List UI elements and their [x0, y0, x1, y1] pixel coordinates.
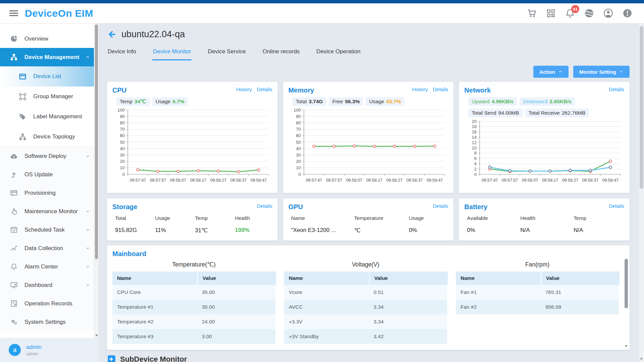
- battery-details-link[interactable]: Details: [609, 203, 624, 209]
- battery-field-value-health: N/A: [518, 227, 571, 234]
- window-scrollbar-thumb[interactable]: [640, 26, 643, 189]
- table-cell: Fan #2: [456, 300, 541, 314]
- nodes-icon: [10, 244, 18, 252]
- sidebar-item-device-list[interactable]: Device List: [0, 66, 98, 86]
- table-row: Fan #2956.09: [456, 300, 619, 314]
- sidebar-item-data-collection[interactable]: Data Collection: [0, 239, 98, 257]
- bell-icon: [10, 263, 18, 270]
- alert-icon[interactable]: [622, 8, 633, 18]
- battery-fields: AvailableHealthTemp0%N/AN/A: [464, 215, 624, 234]
- sidebar-item-label: System Settings: [24, 319, 66, 325]
- table-row: Fan #1765.31: [456, 285, 619, 300]
- tab-online-records[interactable]: Online records: [262, 45, 301, 60]
- monitor-setting-button[interactable]: Monitor Setting: [573, 66, 630, 78]
- sidebar-scrollbar[interactable]: [94, 23, 98, 338]
- chevron-down-icon: [619, 69, 624, 75]
- hamburger-menu-icon[interactable]: [9, 9, 18, 17]
- sidebar-user-panel[interactable]: a admin admin: [0, 338, 98, 362]
- sidebar-scrollbar-thumb[interactable]: [95, 24, 98, 259]
- table-cell: 3.00: [197, 329, 275, 344]
- mainboard-scrollbar-down-icon[interactable]: [625, 345, 628, 347]
- table-header-cell: Value: [198, 272, 276, 285]
- sidebar-item-system-settings[interactable]: System Settings: [0, 313, 98, 331]
- gpu-card-title: GPU: [288, 203, 303, 211]
- battery-card: BatteryDetailsAvailableHealthTemp0%N/AN/…: [459, 198, 630, 241]
- sidebar-item-scheduled-task[interactable]: Scheduled Task: [0, 221, 98, 239]
- sidebar-item-label-management[interactable]: Label Management: [0, 107, 98, 127]
- chevron-down-icon: [85, 154, 90, 159]
- tab-device-monitor[interactable]: Device Monitor: [152, 45, 192, 60]
- sidebar-item-label: Label Management: [33, 113, 82, 120]
- table-cell: Vcore: [284, 285, 369, 300]
- tab-device-service[interactable]: Device Service: [207, 45, 246, 60]
- cpu-history-link[interactable]: History: [236, 86, 252, 92]
- sidebar-item-operation-records[interactable]: Operation Records: [0, 294, 98, 313]
- chevron-up-icon: [85, 55, 90, 60]
- gpu-details-link[interactable]: Details: [433, 203, 448, 209]
- cart-icon[interactable]: [527, 8, 537, 18]
- svg-text:20: 20: [472, 119, 477, 124]
- window-scrollbar[interactable]: [638, 23, 644, 362]
- storage-field-value-temp: 31℃: [192, 227, 232, 234]
- globe-icon[interactable]: [584, 8, 594, 18]
- badge-label: Total Receive: [529, 110, 560, 116]
- sidebar-item-provisioning[interactable]: Provisioning: [0, 184, 98, 202]
- sidebar-scrollbar-down-icon[interactable]: [95, 335, 98, 337]
- tab-bar: Device InfoDevice MonitorDevice ServiceO…: [107, 45, 630, 60]
- tab-device-info[interactable]: Device Info: [107, 45, 137, 60]
- sidebar-item-overview[interactable]: Overview: [0, 29, 98, 48]
- table-cell: 956.09: [541, 300, 619, 314]
- svg-text:70: 70: [296, 127, 301, 132]
- qr-code-icon[interactable]: [546, 8, 556, 18]
- svg-text:60: 60: [296, 133, 301, 138]
- cpu-details-link[interactable]: Details: [257, 86, 272, 92]
- storage-fields: TotalUsageTempHealth915.82G11%31℃100%: [112, 215, 272, 234]
- sidebar-item-alarm-center[interactable]: Alarm Center: [0, 257, 98, 276]
- network-details-link[interactable]: Details: [609, 86, 624, 92]
- mainboard-scrollbar-thumb[interactable]: [625, 259, 628, 308]
- sidebar-item-label: Overview: [24, 36, 48, 42]
- sidebar-item-software-deploy[interactable]: Software Deploy: [0, 147, 98, 165]
- memory-history-link[interactable]: History: [412, 86, 428, 92]
- window-scrollbar-down-icon[interactable]: [640, 358, 643, 360]
- back-arrow-icon[interactable]: [107, 30, 116, 39]
- chevron-down-icon: [558, 69, 562, 75]
- sidebar-item-maintenance-monitor[interactable]: Maintenance Monitor: [0, 202, 98, 221]
- sidebar-item-os-update[interactable]: OS Update: [0, 165, 98, 184]
- action-button[interactable]: Action: [533, 66, 569, 78]
- battery-card-header: BatteryDetails: [464, 203, 624, 211]
- gpu-field-value-usage: 0%: [406, 227, 448, 234]
- sidebar-item-device-management[interactable]: Device Management: [0, 48, 98, 66]
- sidebar-item-group-manager[interactable]: Group Manager: [0, 86, 98, 107]
- network-chart: 0246810121416182009:57:4709:57:5709:58:0…: [464, 118, 624, 186]
- battery-field-label-temp: Temp: [571, 215, 624, 221]
- table-row: CPU Core35.00: [112, 285, 275, 300]
- sidebar-item-label: Device Management: [24, 54, 79, 61]
- appbar-icon-group: 41: [527, 8, 633, 18]
- table-header-row: NameValue: [284, 272, 447, 285]
- sidebar-item-device-topology[interactable]: Device Topology: [0, 127, 98, 147]
- sidebar-item-label: Device List: [33, 73, 61, 80]
- top-accent-strip: [0, 0, 644, 3]
- tab-device-operation[interactable]: Device Operation: [316, 45, 361, 60]
- table-cell: 765.31: [541, 285, 619, 300]
- storage-details-link[interactable]: Details: [257, 203, 272, 209]
- button-label: Monitor Setting: [579, 69, 616, 75]
- avatar[interactable]: a: [9, 344, 21, 356]
- mainboard-scrollbar[interactable]: [624, 259, 628, 347]
- chevron-down-icon: [85, 283, 90, 288]
- gpu-field-label-usage: Usage: [406, 215, 448, 221]
- table-cell: +3V Standby: [284, 329, 369, 344]
- sidebar-item-dashboard[interactable]: Dashboard: [0, 276, 98, 294]
- bell-icon[interactable]: 41: [565, 8, 575, 18]
- badge-value: 2.65KB/s: [549, 99, 571, 104]
- network-card: NetworkDetailsUpward4.96KB/sDownward2.65…: [459, 82, 630, 193]
- user-icon[interactable]: [603, 8, 613, 18]
- svg-text:80: 80: [296, 120, 301, 125]
- storage-card: StorageDetailsTotalUsageTempHealth915.82…: [107, 198, 278, 241]
- badge-label: Usage: [369, 99, 384, 104]
- network-card-links: Details: [609, 86, 624, 92]
- battery-field-value-available: 0%: [464, 227, 518, 234]
- memory-details-link[interactable]: Details: [433, 86, 448, 92]
- group-icon: [19, 93, 26, 101]
